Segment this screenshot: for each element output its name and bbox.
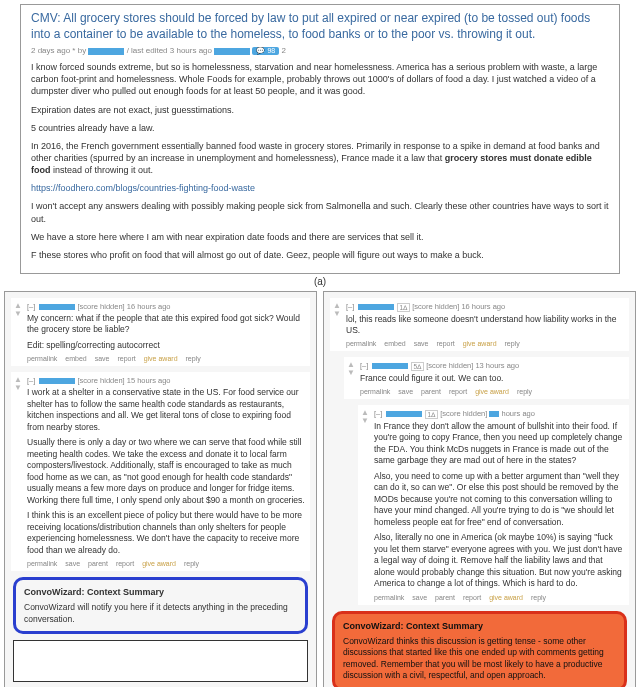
report-link[interactable]: report bbox=[116, 560, 134, 567]
vote-arrows[interactable]: ▲▼ bbox=[13, 376, 23, 392]
parent-link[interactable]: parent bbox=[435, 594, 455, 601]
give-award-link[interactable]: give award bbox=[463, 340, 497, 347]
delta-flair: 5∆ bbox=[411, 362, 425, 371]
comment-para: Edit: spelling/correcting autocorrect bbox=[27, 340, 306, 351]
comment-body: My concern: what if the people that ate … bbox=[27, 313, 306, 351]
username-redacted bbox=[39, 378, 75, 384]
post-para: 5 countries already have a law. bbox=[31, 122, 609, 134]
comment-actions: permalink save parent report give award … bbox=[374, 594, 625, 601]
vote-arrows[interactable]: ▲▼ bbox=[332, 302, 342, 318]
vote-arrows[interactable]: ▲▼ bbox=[13, 302, 23, 318]
post-para: I won't accept any answers dealing with … bbox=[31, 200, 609, 224]
convowizard-box: ConvoWizard: Context Summary ConvoWizard… bbox=[13, 577, 308, 634]
report-link[interactable]: report bbox=[449, 388, 467, 395]
comment-actions: permalink embed save report give award r… bbox=[27, 355, 306, 362]
collapse-toggle[interactable]: [–] bbox=[374, 409, 382, 418]
comment-para: Usually there is only a day or two where… bbox=[27, 437, 306, 506]
subfigure-label-a: (a) bbox=[0, 276, 640, 287]
reply-textarea[interactable] bbox=[13, 640, 308, 682]
convowizard-title: ConvoWizard: Context Summary bbox=[343, 620, 616, 632]
comment: ▲▼ [–] 1∆ [score hidden] 16 hours ago lo… bbox=[330, 298, 629, 351]
comment-body: lol, this reads like someone doesn't und… bbox=[346, 314, 625, 337]
username-redacted bbox=[372, 363, 408, 369]
reply-link[interactable]: reply bbox=[184, 560, 199, 567]
comment-para: I think this is an excellent piece of po… bbox=[27, 510, 306, 556]
give-award-link[interactable]: give award bbox=[144, 355, 178, 362]
save-link[interactable]: save bbox=[412, 594, 427, 601]
reply-link[interactable]: reply bbox=[517, 388, 532, 395]
give-award-link[interactable]: give award bbox=[142, 560, 176, 567]
vote-arrows[interactable]: ▲▼ bbox=[346, 361, 356, 377]
parent-link[interactable]: parent bbox=[421, 388, 441, 395]
save-link[interactable]: save bbox=[398, 388, 413, 395]
permalink-link[interactable]: permalink bbox=[27, 560, 57, 567]
comment-para: Also, you need to come up with a better … bbox=[374, 471, 625, 528]
give-award-link[interactable]: give award bbox=[475, 388, 509, 395]
post-meta: 2 days ago * by / last edited 3 hours ag… bbox=[31, 46, 609, 55]
comment-meta: [score hidden] 16 hours ago bbox=[412, 302, 505, 311]
comment-meta: [score hidden] 16 hours ago bbox=[78, 302, 171, 311]
meta-suffix: 2 bbox=[281, 46, 285, 55]
comment: ▲▼ [–] [score hidden] 16 hours ago My co… bbox=[11, 298, 310, 366]
comment-para: France could figure it out. We can too. bbox=[360, 373, 625, 384]
comment-meta: [score hidden] 15 hours ago bbox=[78, 376, 171, 385]
embed-link[interactable]: embed bbox=[65, 355, 86, 362]
comment-para: My concern: what if the people that ate … bbox=[27, 313, 306, 336]
comment-header: [–] [score hidden] 15 hours ago bbox=[27, 376, 306, 385]
delta-flair: 1∆ bbox=[397, 303, 411, 312]
permalink-link[interactable]: permalink bbox=[27, 355, 57, 362]
give-award-link[interactable]: give award bbox=[489, 594, 523, 601]
permalink-link[interactable]: permalink bbox=[374, 594, 404, 601]
delta-flair: 1∆ bbox=[425, 410, 439, 419]
convowizard-body: ConvoWizard will notify you here if it d… bbox=[24, 602, 297, 625]
collapse-toggle[interactable]: [–] bbox=[27, 302, 35, 311]
post-para: In 2016, the French government essential… bbox=[31, 140, 609, 176]
report-link[interactable]: report bbox=[436, 340, 454, 347]
post-para[interactable]: https://foodhero.com/blogs/countries-fig… bbox=[31, 182, 609, 194]
meta-age: 2 days ago * by bbox=[31, 46, 86, 55]
username-redacted bbox=[386, 411, 422, 417]
convowizard-body: ConvoWizard thinks this discussion is ge… bbox=[343, 636, 616, 682]
save-link[interactable]: save bbox=[95, 355, 110, 362]
post-title[interactable]: CMV: All grocery stores should be forced… bbox=[31, 11, 609, 42]
vote-arrows[interactable]: ▲▼ bbox=[360, 409, 370, 425]
post-panel: CMV: All grocery stores should be forced… bbox=[20, 4, 620, 274]
reply-link[interactable]: reply bbox=[531, 594, 546, 601]
post-para: We have a store here where I am with nea… bbox=[31, 231, 609, 243]
post-body: I know forced sounds extreme, but so is … bbox=[31, 61, 609, 261]
report-link[interactable]: report bbox=[463, 594, 481, 601]
comment-meta: [score hidden] 13 hours ago bbox=[426, 361, 519, 370]
comment-para: I work at a shelter in a conservative st… bbox=[27, 387, 306, 433]
panels-row: ▲▼ [–] [score hidden] 16 hours ago My co… bbox=[4, 291, 636, 687]
comment-actions: permalink save parent report give award … bbox=[27, 560, 306, 567]
save-link[interactable]: save bbox=[65, 560, 80, 567]
meta-edited: / last edited 3 hours ago bbox=[127, 46, 212, 55]
comment-para: In France they don't allow the amount of… bbox=[374, 421, 625, 467]
report-link[interactable]: report bbox=[117, 355, 135, 362]
collapse-toggle[interactable]: [–] bbox=[346, 302, 354, 311]
collapse-toggle[interactable]: [–] bbox=[27, 376, 35, 385]
comment-meta: hours ago bbox=[502, 409, 535, 418]
convowizard-title: ConvoWizard: Context Summary bbox=[24, 586, 297, 598]
permalink-link[interactable]: permalink bbox=[346, 340, 376, 347]
time-redacted bbox=[489, 411, 499, 417]
comment-count-badge[interactable]: 💬 98 bbox=[252, 47, 279, 55]
comment-para: Also, literally no one in America (ok ma… bbox=[374, 532, 625, 589]
comment-body: France could figure it out. We can too. bbox=[360, 373, 625, 384]
comment-header: [–] 1∆ [score hidden] 16 hours ago bbox=[346, 302, 625, 312]
panel-b: ▲▼ [–] [score hidden] 16 hours ago My co… bbox=[4, 291, 317, 687]
reply-link[interactable]: reply bbox=[185, 355, 200, 362]
permalink-link[interactable]: permalink bbox=[360, 388, 390, 395]
comment-header: [–] 1∆ [score hidden] hours ago bbox=[374, 409, 625, 419]
collapse-toggle[interactable]: [–] bbox=[360, 361, 368, 370]
comment-actions: permalink embed save report give award r… bbox=[346, 340, 625, 347]
embed-link[interactable]: embed bbox=[384, 340, 405, 347]
comment: ▲▼ [–] [score hidden] 15 hours ago I wor… bbox=[11, 372, 310, 571]
panel-c: ▲▼ [–] 1∆ [score hidden] 16 hours ago lo… bbox=[323, 291, 636, 687]
reply-link[interactable]: reply bbox=[504, 340, 519, 347]
save-link[interactable]: save bbox=[414, 340, 429, 347]
parent-link[interactable]: parent bbox=[88, 560, 108, 567]
comment-body: I work at a shelter in a conservative st… bbox=[27, 387, 306, 556]
comment-header: [–] 5∆ [score hidden] 13 hours ago bbox=[360, 361, 625, 371]
comment-actions: permalink save parent report give award … bbox=[360, 388, 625, 395]
